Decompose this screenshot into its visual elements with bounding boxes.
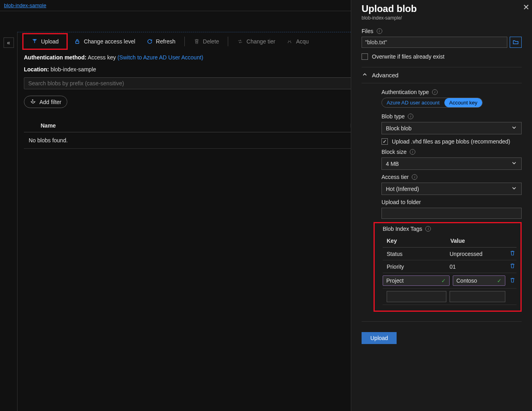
acquire-label: Acqu bbox=[296, 38, 309, 45]
trash-icon bbox=[194, 38, 200, 45]
upload-label: Upload bbox=[41, 38, 59, 45]
chevron-down-icon bbox=[511, 124, 517, 132]
chevron-down-icon bbox=[511, 160, 517, 167]
chevron-up-icon bbox=[362, 71, 368, 79]
delete-label: Delete bbox=[203, 38, 219, 45]
upload-folder-input[interactable] bbox=[381, 208, 522, 219]
trash-icon bbox=[509, 250, 516, 256]
toolbar-separator bbox=[184, 37, 185, 46]
svg-rect-0 bbox=[76, 41, 79, 43]
advanced-label: Advanced bbox=[372, 72, 399, 79]
overwrite-checkbox[interactable] bbox=[362, 53, 368, 60]
access-tier-select[interactable]: Hot (Inferred) bbox=[381, 183, 522, 195]
upload-blob-panel: ✕ Upload blob blob-index-sample/ Files i… bbox=[351, 0, 532, 411]
auth-azure-ad-option[interactable]: Azure AD user account bbox=[382, 98, 444, 107]
upload-button-highlight: Upload bbox=[22, 33, 68, 50]
delete-tag-button[interactable] bbox=[509, 277, 516, 285]
tag-row: Priority 01 bbox=[383, 260, 516, 273]
col-name[interactable]: Name bbox=[41, 122, 350, 129]
info-icon[interactable]: i bbox=[425, 226, 431, 232]
advanced-toggle[interactable]: Advanced bbox=[362, 67, 522, 83]
lease-icon bbox=[286, 38, 293, 45]
switch-auth-link[interactable]: (Switch to Azure AD User Account) bbox=[117, 54, 203, 61]
change-access-label: Change access level bbox=[84, 38, 135, 45]
location-label: Location: bbox=[24, 66, 49, 73]
acquire-lease-button[interactable]: Acqu bbox=[282, 36, 313, 47]
info-icon[interactable]: i bbox=[432, 89, 438, 95]
auth-type-toggle: Azure AD user account Account key bbox=[381, 98, 483, 108]
tag-key[interactable]: Status bbox=[383, 251, 446, 257]
sidebar-collapse-column: « bbox=[0, 32, 18, 411]
upload-icon bbox=[31, 38, 38, 45]
auth-type-label: Authentication type bbox=[381, 89, 429, 95]
delete-button[interactable]: Delete bbox=[189, 36, 224, 47]
vhd-label: Upload .vhd files as page blobs (recomme… bbox=[392, 138, 510, 145]
tags-col-key: Key bbox=[383, 238, 450, 244]
info-icon[interactable]: i bbox=[377, 28, 382, 34]
chevron-down-icon bbox=[511, 185, 517, 193]
tags-col-value: Value bbox=[450, 238, 465, 244]
info-icon[interactable]: i bbox=[408, 114, 413, 119]
tag-value-input[interactable] bbox=[450, 291, 505, 302]
tag-value-input[interactable]: Contoso✓ bbox=[453, 275, 505, 286]
toolbar-separator bbox=[228, 37, 228, 46]
overwrite-label: Overwrite if files already exist bbox=[372, 53, 444, 60]
location-value: blob-index-sample bbox=[51, 66, 96, 73]
block-size-label: Block size bbox=[381, 149, 407, 155]
auth-method-value: Access key bbox=[88, 54, 116, 61]
tag-key[interactable]: Priority bbox=[383, 264, 446, 270]
tag-value[interactable]: 01 bbox=[450, 264, 505, 270]
folder-icon bbox=[512, 39, 519, 45]
breadcrumb-container-link[interactable]: blob-index-sample bbox=[4, 2, 46, 8]
info-icon[interactable]: i bbox=[410, 149, 415, 155]
files-input[interactable] bbox=[362, 37, 507, 48]
auth-method-label: Authentication method: bbox=[24, 54, 86, 61]
block-size-value: 4 MB bbox=[386, 161, 399, 167]
panel-subtitle: blob-index-sample/ bbox=[362, 15, 522, 21]
auth-account-key-option[interactable]: Account key bbox=[444, 98, 482, 107]
tag-row-editing: Project✓ Contoso✓ bbox=[383, 273, 516, 289]
refresh-icon bbox=[147, 38, 153, 45]
add-filter-label: Add filter bbox=[39, 99, 61, 105]
refresh-label: Refresh bbox=[156, 38, 176, 45]
blob-type-value: Block blob bbox=[386, 125, 412, 132]
upload-folder-label: Upload to folder bbox=[381, 199, 421, 205]
delete-tag-button[interactable] bbox=[509, 263, 516, 270]
access-tier-label: Access tier bbox=[381, 174, 409, 180]
trash-icon bbox=[509, 277, 516, 283]
add-filter-button[interactable]: Add filter bbox=[24, 96, 67, 108]
check-icon: ✓ bbox=[497, 277, 502, 284]
change-access-button[interactable]: Change access level bbox=[69, 36, 140, 47]
tag-key-input[interactable]: Project✓ bbox=[383, 275, 450, 286]
delete-tag-button[interactable] bbox=[509, 250, 516, 258]
change-tier-button[interactable]: Change tier bbox=[232, 36, 280, 47]
block-size-select[interactable]: 4 MB bbox=[381, 157, 522, 170]
info-icon[interactable]: i bbox=[412, 174, 417, 180]
blob-type-label: Blob type bbox=[381, 113, 405, 120]
vhd-checkbox[interactable] bbox=[381, 138, 388, 145]
tags-label: Blob Index Tags bbox=[383, 226, 422, 232]
tag-key-input[interactable] bbox=[387, 291, 446, 302]
trash-icon bbox=[509, 263, 516, 269]
tag-row: Status Unprocessed bbox=[383, 248, 516, 260]
collapse-sidebar-button[interactable]: « bbox=[4, 37, 14, 48]
change-tier-icon bbox=[237, 38, 243, 45]
tag-value[interactable]: Unprocessed bbox=[450, 251, 505, 257]
access-tier-value: Hot (Inferred) bbox=[386, 186, 419, 192]
tag-row-new bbox=[383, 289, 516, 305]
blob-index-tags-section: Blob Index Tags i Key Value Status Unpro… bbox=[374, 222, 522, 312]
lock-icon bbox=[74, 38, 80, 45]
check-icon: ✓ bbox=[441, 277, 446, 284]
browse-files-button[interactable] bbox=[510, 37, 522, 48]
panel-title: Upload blob bbox=[362, 3, 522, 14]
submit-upload-button[interactable]: Upload bbox=[362, 332, 397, 344]
add-filter-icon bbox=[30, 98, 36, 106]
close-icon[interactable]: ✕ bbox=[523, 2, 530, 12]
upload-button[interactable]: Upload bbox=[27, 36, 63, 47]
change-tier-label: Change tier bbox=[246, 38, 275, 45]
refresh-button[interactable]: Refresh bbox=[142, 36, 180, 47]
files-label: Files bbox=[362, 28, 374, 34]
blob-type-select[interactable]: Block blob bbox=[381, 122, 522, 134]
